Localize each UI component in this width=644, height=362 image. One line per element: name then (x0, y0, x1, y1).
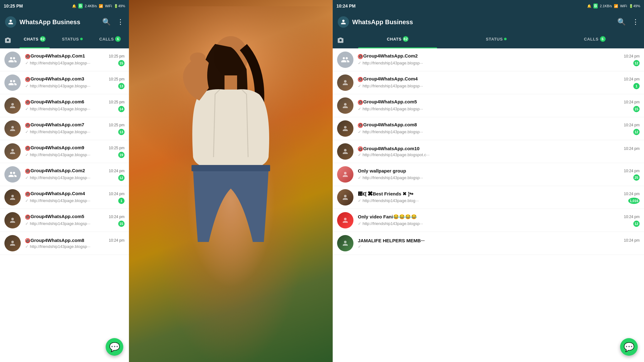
chat-info: 🔞Group4WhatsApp.com6 10:25 pm ✓ http://f… (25, 99, 125, 112)
right-tab-chats[interactable]: CHATS 82 (348, 32, 447, 48)
chat-item-8[interactable]: 🔞Group4WhatsApp.com8 10:24 pm ✓ http://f… (0, 232, 129, 255)
chat-info: 🔞Group4WhatsApp.com7 10:25 pm ✓ http://f… (25, 122, 125, 135)
b-icon: B (78, 3, 83, 8)
right-app-title: WhatsApp Business (352, 19, 413, 26)
preview-text: http://friendship143page.blogsp··· (30, 61, 90, 65)
chat-item-6[interactable]: 🔞Group4WhatsApp.Com4 10:24 pm ✓ http://f… (0, 186, 129, 209)
chat-time: 10:24 pm (624, 54, 640, 58)
status-dot-right (504, 38, 507, 40)
chat-top-row: 🔞Group4WhatsApp.com9 10:25 pm (25, 145, 125, 151)
chat-item-8[interactable]: JAMALIFE HELPERS MEMB··· 10:24 pm ✓ (333, 232, 644, 255)
right-tabs-bar: CHATS 82 STATUS CALLS 6 (333, 32, 644, 48)
chat-preview-row: ✓ http://friendship143page.blogsp··· (25, 244, 125, 249)
right-fab[interactable]: 💬 (620, 338, 638, 356)
preview-text: http://friendship143page.blogsp··· (30, 107, 90, 111)
chat-preview-row: ✓ http://friendship143page.blogsp··· 13 (25, 83, 125, 89)
chat-item-6[interactable]: ఺ℂ[ ✖Best Friends ✖ ]↬ 10:24 pm ✓ http:/… (333, 186, 644, 209)
chat-top-row: ఺ℂ[ ✖Best Friends ✖ ]↬ 10:24 pm (358, 191, 640, 197)
left-tab-status[interactable]: STATUS (53, 32, 91, 48)
chat-item-5[interactable]: Only wallpaper group 10:24 pm ✓ http://f… (333, 163, 644, 186)
chat-preview: ✓ http://friendship143page.blogsp··· (358, 175, 423, 180)
svg-point-15 (344, 126, 347, 129)
unread-badge: 12 (118, 175, 125, 181)
chat-preview-row: ✓ http://friendship143page.blogsp··· 14 (25, 106, 125, 112)
chat-item-2[interactable]: 🔞Group4WhatsApp.com5 10:24 pm ✓ http://f… (333, 94, 644, 117)
chat-item-1[interactable]: 🔞Group4WhatsApp.Com4 10:24 pm ✓ http://f… (333, 71, 644, 94)
preview-text: http://friendship143page.blogsp··· (363, 221, 423, 226)
preview-text: http://friendship143page.blogsp··· (30, 84, 90, 88)
preview-text: http://friendship143page.blog··· (363, 198, 419, 203)
preview-text: http://friendship143page.blogsp··· (30, 244, 90, 249)
svg-point-16 (344, 149, 347, 151)
double-tick-icon: ✓ (25, 244, 29, 249)
left-profile-icon[interactable] (5, 16, 16, 28)
chat-info: 🔞Group4WhatsApp.com5 10:24 pm ✓ http://f… (358, 99, 640, 112)
left-search-icon[interactable]: 🔍 (102, 18, 111, 26)
chat-info: JAMALIFE HELPERS MEMB··· 10:24 pm ✓ (358, 238, 640, 249)
left-tab-calls[interactable]: CALLS 6 (91, 32, 129, 48)
chat-time: 10:25 pm (109, 100, 125, 104)
chat-item-7[interactable]: 🔞Group4WhatsApp.com5 10:24 pm ✓ http://f… (0, 209, 129, 232)
chat-item-0[interactable]: 🔞Group4WhatsApp.Com2 10:24 pm ✓ http://f… (333, 48, 644, 71)
double-tick-icon: ✓ (358, 107, 361, 111)
chat-time: 10:25 pm (109, 146, 125, 150)
double-tick-icon: ✓ (25, 152, 29, 157)
chat-preview: ✓ http://friendship143page.blogsp··· (25, 221, 90, 226)
chat-top-row: 🔞Group4WhatsApp.com3 10:25 pm (25, 76, 125, 82)
left-fab[interactable]: 💬 (106, 338, 123, 356)
double-tick-icon: ✓ (358, 198, 361, 203)
right-battery-icon: 🔋49% (629, 4, 640, 8)
left-tab-chats[interactable]: CHATS 82 (16, 32, 53, 48)
chat-name: 🔞Group4WhatsApp.Com2 (358, 53, 418, 59)
right-tab-calls[interactable]: CALLS 6 (546, 32, 644, 48)
chat-time: 10:24 pm (624, 123, 640, 127)
double-tick-icon: ✓ (358, 129, 361, 134)
chat-preview: ✓ http://friendship143page.blogsp··· (358, 107, 423, 111)
left-camera-tab[interactable] (0, 32, 16, 48)
notification-icon: 🔔 (72, 4, 76, 8)
svg-rect-11 (192, 165, 270, 171)
right-chat-list: 🔞Group4WhatsApp.Com2 10:24 pm ✓ http://f… (333, 48, 644, 362)
chat-preview: ✓ http://friendship143page.blogsp··· (25, 152, 90, 157)
right-app-header: WhatsApp Business 🔍 ⋮ (333, 12, 644, 32)
chat-item-4[interactable]: 🔞Group4WhatsApp.com10 10:24 pm ✓ http://… (333, 140, 644, 163)
chat-item-4[interactable]: 🔞Group4WhatsApp.com9 10:25 pm ✓ http://f… (0, 140, 129, 163)
chat-item-3[interactable]: 🔞Group4WhatsApp.com8 10:24 pm ✓ http://f… (333, 117, 644, 140)
chat-item-7[interactable]: Only video Fani😂😂😂😂 10:24 pm ✓ http://fr… (333, 209, 644, 232)
preview-text: http://friendship143page.blogsp··· (363, 107, 423, 111)
left-menu-icon[interactable]: ⋮ (117, 18, 124, 26)
right-camera-tab[interactable] (333, 32, 348, 48)
chat-name: JAMALIFE HELPERS MEMB··· (358, 238, 425, 243)
double-tick-icon: ✓ (358, 61, 361, 65)
svg-point-17 (344, 172, 347, 174)
chat-info: 🔞Group4WhatsApp.Com2 10:24 pm ✓ http://f… (25, 168, 125, 181)
chat-preview: ✓ http://friendship143page.blogsp··· (25, 61, 90, 65)
right-tab-status[interactable]: STATUS (447, 32, 545, 48)
svg-point-18 (344, 195, 347, 197)
chat-time: 10:25 pm (109, 123, 125, 127)
right-profile-icon[interactable] (338, 16, 349, 28)
chat-info: 🔞Group4WhatsApp.Com4 10:24 pm ✓ http://f… (25, 191, 125, 204)
chat-item-3[interactable]: 🔞Group4WhatsApp.com7 10:25 pm ✓ http://f… (0, 117, 129, 140)
chat-time: 10:24 pm (624, 238, 640, 243)
chat-item-1[interactable]: 🔞Group4WhatsApp.com3 10:25 pm ✓ http://f… (0, 71, 129, 94)
chat-time: 10:24 pm (624, 77, 640, 81)
chat-preview: ✓ http://friendship143page.blog··· (358, 198, 419, 203)
chat-preview: ✓ http://friendship143page.blogsp··· (358, 84, 423, 88)
battery-icon: 🔋49% (114, 4, 125, 8)
double-tick-icon: ✓ (358, 84, 361, 88)
right-menu-icon[interactable]: ⋮ (632, 18, 639, 26)
right-time: 10:24 PM (336, 3, 356, 8)
chat-name: 🔞Group4WhatsApp.com5 (358, 99, 417, 105)
unread-badge: 12 (633, 221, 640, 227)
chat-preview: ✓ http://friendship143page.blogsp··· (358, 129, 423, 134)
chat-item-5[interactable]: 🔞Group4WhatsApp.Com2 10:24 pm ✓ http://f… (0, 163, 129, 186)
chat-top-row: 🔞Group4WhatsApp.com5 10:24 pm (358, 99, 640, 105)
chat-item-2[interactable]: 🔞Group4WhatsApp.com6 10:25 pm ✓ http://f… (0, 94, 129, 117)
svg-point-20 (344, 241, 347, 243)
chat-item-0[interactable]: 🔞Group4WhatsApp.Com1 10:25 pm ✓ http://f… (0, 48, 129, 71)
chat-info: 🔞Group4WhatsApp.com9 10:25 pm ✓ http://f… (25, 145, 125, 158)
chat-name: 🔞Group4WhatsApp.com10 (358, 146, 419, 152)
right-search-icon[interactable]: 🔍 (617, 18, 626, 26)
chat-preview: ✓ http://friendship143page.blogsp··· (358, 221, 423, 226)
